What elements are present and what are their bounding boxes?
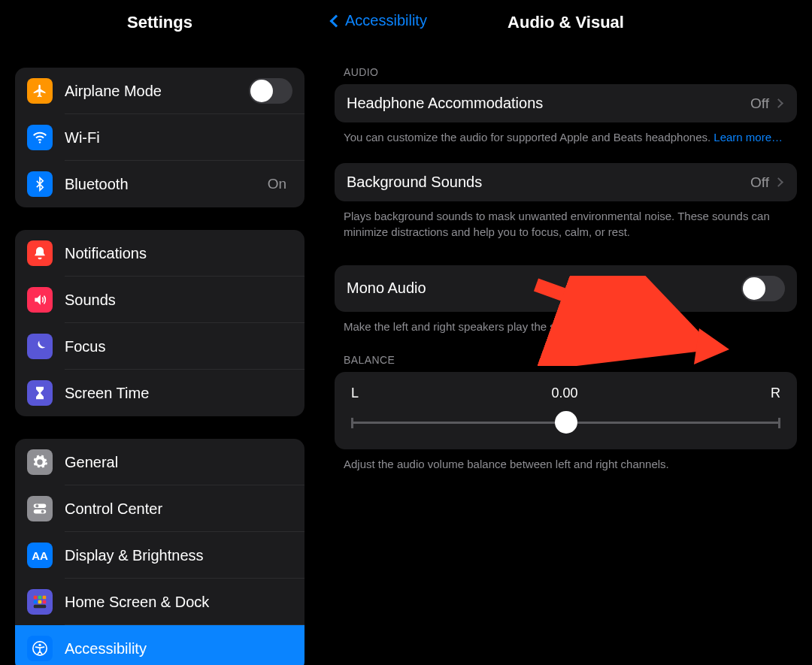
airplane-icon bbox=[27, 78, 53, 104]
bluetooth-icon bbox=[27, 171, 53, 197]
learn-more-link[interactable]: Learn more… bbox=[714, 131, 783, 144]
chevron-right-icon bbox=[774, 177, 783, 187]
mono-audio-group: Mono Audio bbox=[335, 265, 797, 312]
balance-right-label: R bbox=[771, 385, 780, 401]
svg-rect-7 bbox=[43, 596, 47, 600]
row-home-screen-dock[interactable]: Home Screen & Dock bbox=[15, 579, 304, 625]
svg-rect-8 bbox=[34, 600, 38, 604]
grid-icon bbox=[27, 589, 53, 615]
background-sounds-value: Off bbox=[750, 174, 769, 191]
settings-group-connectivity: Airplane Mode Wi-Fi Bluetooth On bbox=[15, 68, 304, 207]
aa-icon: AA bbox=[27, 543, 53, 568]
svg-rect-6 bbox=[38, 596, 42, 600]
chevron-left-icon bbox=[330, 14, 343, 27]
row-airplane-mode[interactable]: Airplane Mode bbox=[15, 68, 304, 114]
svg-point-13 bbox=[38, 644, 41, 646]
row-screen-time[interactable]: Screen Time bbox=[15, 370, 304, 416]
wifi-label: Wi-Fi bbox=[65, 129, 286, 147]
headphone-footer: You can customize the audio for supporte… bbox=[344, 130, 788, 145]
settings-title: Settings bbox=[127, 13, 192, 32]
bell-icon bbox=[27, 240, 53, 266]
row-mono-audio[interactable]: Mono Audio bbox=[335, 265, 797, 312]
settings-header: Settings bbox=[0, 0, 320, 45]
headphone-value: Off bbox=[750, 95, 769, 112]
balance-box: L 0.00 R bbox=[335, 372, 797, 449]
balance-section-header: BALANCE bbox=[344, 354, 788, 366]
airplane-toggle[interactable] bbox=[249, 78, 292, 104]
general-label: General bbox=[65, 454, 292, 471]
headphone-group: Headphone Accommodations Off bbox=[335, 84, 797, 122]
row-background-sounds[interactable]: Background Sounds Off bbox=[335, 163, 797, 201]
row-headphone-accommodations[interactable]: Headphone Accommodations Off bbox=[335, 84, 797, 122]
svg-point-3 bbox=[35, 504, 38, 507]
mono-audio-footer: Make the left and right speakers play th… bbox=[344, 319, 788, 334]
svg-rect-11 bbox=[34, 605, 47, 609]
svg-rect-2 bbox=[34, 509, 47, 514]
accessibility-icon bbox=[27, 636, 53, 661]
airplane-label: Airplane Mode bbox=[65, 83, 249, 100]
focus-label: Focus bbox=[65, 338, 292, 355]
svg-point-0 bbox=[39, 141, 41, 143]
notifications-label: Notifications bbox=[65, 245, 292, 262]
row-focus[interactable]: Focus bbox=[15, 323, 304, 370]
audio-section-header: AUDIO bbox=[344, 66, 788, 78]
svg-rect-9 bbox=[38, 600, 42, 604]
bluetooth-value: On bbox=[268, 176, 286, 192]
row-wifi[interactable]: Wi-Fi bbox=[15, 114, 304, 161]
home-screen-dock-label: Home Screen & Dock bbox=[65, 594, 292, 611]
mono-audio-label: Mono Audio bbox=[347, 280, 741, 297]
settings-group-system: Notifications Sounds Focus Screen Time bbox=[15, 230, 304, 416]
svg-rect-1 bbox=[34, 504, 47, 509]
audio-visual-title: Audio & Visual bbox=[508, 13, 624, 32]
control-center-label: Control Center bbox=[65, 500, 292, 518]
balance-slider[interactable] bbox=[351, 415, 780, 430]
svg-rect-5 bbox=[34, 596, 38, 600]
row-notifications[interactable]: Notifications bbox=[15, 230, 304, 277]
gear-icon bbox=[27, 449, 53, 475]
back-label: Accessibility bbox=[345, 12, 427, 29]
back-button[interactable]: Accessibility bbox=[332, 12, 427, 29]
audio-visual-header: Accessibility Audio & Visual bbox=[320, 0, 812, 45]
balance-footer: Adjust the audio volume balance between … bbox=[344, 457, 788, 472]
screen-time-label: Screen Time bbox=[65, 385, 292, 402]
balance-left-label: L bbox=[351, 385, 359, 401]
hourglass-icon bbox=[27, 380, 53, 406]
wifi-icon bbox=[27, 125, 53, 150]
switches-icon bbox=[27, 496, 53, 521]
bluetooth-label: Bluetooth bbox=[65, 176, 268, 193]
sounds-label: Sounds bbox=[65, 292, 292, 309]
row-display-brightness[interactable]: AA Display & Brightness bbox=[15, 532, 304, 579]
accessibility-label: Accessibility bbox=[65, 640, 292, 657]
background-sounds-label: Background Sounds bbox=[347, 174, 750, 191]
balance-labels: L 0.00 R bbox=[351, 385, 780, 401]
settings-group-general: General Control Center AA Display & Brig… bbox=[15, 439, 304, 665]
display-brightness-label: Display & Brightness bbox=[65, 547, 292, 564]
mono-audio-toggle[interactable] bbox=[741, 276, 785, 301]
background-sounds-group: Background Sounds Off bbox=[335, 163, 797, 201]
balance-thumb[interactable] bbox=[555, 411, 577, 434]
row-accessibility[interactable]: Accessibility bbox=[15, 625, 304, 665]
speaker-icon bbox=[27, 287, 53, 313]
headphone-label: Headphone Accommodations bbox=[347, 95, 750, 112]
chevron-right-icon bbox=[774, 98, 783, 108]
moon-icon bbox=[27, 334, 53, 359]
row-sounds[interactable]: Sounds bbox=[15, 277, 304, 323]
svg-point-4 bbox=[41, 510, 44, 513]
background-sounds-footer: Plays background sounds to mask unwanted… bbox=[344, 209, 788, 240]
balance-value: 0.00 bbox=[551, 385, 577, 401]
row-general[interactable]: General bbox=[15, 439, 304, 485]
row-control-center[interactable]: Control Center bbox=[15, 485, 304, 532]
row-bluetooth[interactable]: Bluetooth On bbox=[15, 161, 304, 207]
svg-rect-10 bbox=[43, 600, 47, 604]
